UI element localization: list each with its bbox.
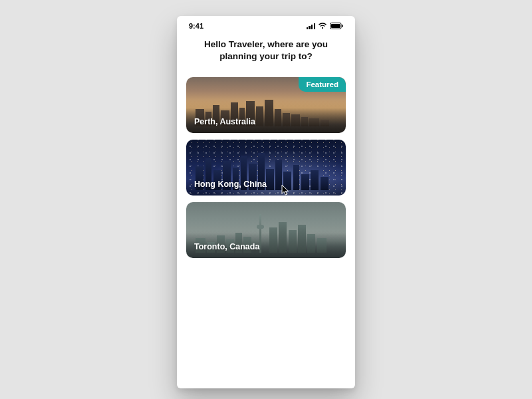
wifi-icon (318, 23, 327, 29)
heading-line-2: planning your trip to? (194, 51, 338, 63)
destination-card-hong-kong[interactable]: Hong Kong, China (186, 140, 346, 196)
heading-line-1: Hello Traveler, where are you (194, 39, 338, 51)
status-icons (307, 23, 343, 29)
svg-rect-1 (331, 24, 340, 28)
status-time: 9:41 (189, 22, 203, 30)
destination-card-perth[interactable]: Featured Perth, Australia (186, 77, 346, 133)
cn-tower-icon (259, 214, 261, 253)
destination-label: Hong Kong, China (194, 180, 267, 189)
status-bar: 9:41 (177, 16, 355, 36)
battery-icon (330, 23, 343, 29)
destination-label: Perth, Australia (194, 117, 255, 126)
destination-card-toronto[interactable]: Toronto, Canada (186, 202, 346, 258)
svg-rect-2 (342, 25, 343, 27)
destination-label: Toronto, Canada (194, 242, 259, 251)
phone-frame: 9:41 Hello Traveler, where are you plann… (177, 16, 355, 388)
cellular-signal-icon (307, 23, 315, 29)
page-heading: Hello Traveler, where are you planning y… (177, 36, 355, 70)
featured-badge: Featured (299, 77, 346, 92)
